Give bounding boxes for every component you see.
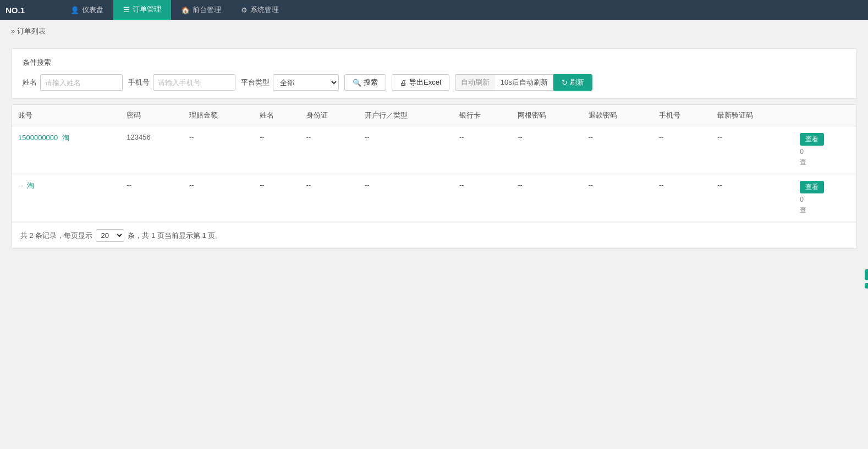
view-button-1[interactable]: 查看 <box>800 133 824 146</box>
frontend-icon: 🏠 <box>181 6 190 14</box>
data-table: 账号 密码 理赔金额 姓名 身份证 开户行／类型 银行卡 网根密码 退款密码 手… <box>12 105 856 222</box>
actions-group-1: 查看 0 查 <box>800 133 850 167</box>
orders-icon: ☰ <box>123 5 130 14</box>
cell-account-1: 1500000000 淘 <box>12 126 120 174</box>
refresh-btn-label: 刷新 <box>570 77 584 87</box>
col-net-password: 网根密码 <box>511 105 581 126</box>
auto-refresh-timer: 10s后自动刷新 <box>495 74 553 91</box>
search-btn-label: 搜索 <box>364 77 378 87</box>
cell-account-2: -- 淘 <box>12 174 120 222</box>
nav-item-orders[interactable]: ☰ 订单管理 <box>113 0 171 20</box>
nav-label-system: 系统管理 <box>250 5 279 15</box>
phone-field-group: 手机号 <box>128 74 235 91</box>
col-claim-amount: 理赔金额 <box>183 105 253 126</box>
cell-name-1: -- <box>253 126 299 174</box>
col-account: 账号 <box>12 105 120 126</box>
col-id-card: 身份证 <box>300 105 358 126</box>
cell-bankcard-2: -- <box>453 174 511 222</box>
col-bank-card: 银行卡 <box>453 105 511 126</box>
nav-label-frontend: 前台管理 <box>193 5 221 15</box>
extra-text-4: 查 <box>800 206 806 215</box>
refresh-icon: ↻ <box>562 79 568 87</box>
cell-idcard-1: -- <box>300 126 358 174</box>
main-content: 条件搜索 姓名 手机号 平台类型 全部 淘宝 京东 拼多多 🔍 <box>0 43 868 260</box>
col-bank-branch: 开户行／类型 <box>358 105 453 126</box>
cell-bankbranch-1: -- <box>358 126 453 174</box>
table-body: 1500000000 淘 123456 -- -- -- -- -- -- --… <box>12 126 856 222</box>
cell-name-2: -- <box>253 174 299 222</box>
table-head: 账号 密码 理赔金额 姓名 身份证 开户行／类型 银行卡 网根密码 退款密码 手… <box>12 105 856 126</box>
cell-bankcard-1: -- <box>453 126 511 174</box>
export-btn-label: 导出Excel <box>409 77 441 87</box>
account-link-1[interactable]: 1500000000 <box>18 134 58 142</box>
account-dash-2: -- <box>18 181 23 190</box>
export-button[interactable]: 🖨 导出Excel <box>392 74 449 91</box>
view-button-2[interactable]: 查看 <box>800 181 824 193</box>
nav-label-orders: 订单管理 <box>133 4 161 14</box>
cell-idcard-2: -- <box>300 174 358 222</box>
cell-refundpwd-1: -- <box>582 126 652 174</box>
refresh-button[interactable]: ↻ 刷新 <box>553 74 592 91</box>
col-actions <box>793 105 856 126</box>
platform-label: 平台类型 <box>241 77 270 87</box>
nav-item-system[interactable]: ⚙ 系统管理 <box>231 0 289 20</box>
nav-item-frontend[interactable]: 🏠 前台管理 <box>171 0 231 20</box>
platform-select[interactable]: 全部 淘宝 京东 拼多多 <box>273 74 339 91</box>
auto-refresh-label: 自动刷新 <box>455 74 495 91</box>
top-nav: NO.1 👤 仪表盘 ☰ 订单管理 🏠 前台管理 ⚙ 系统管理 <box>0 0 868 20</box>
table-header-row: 账号 密码 理赔金额 姓名 身份证 开户行／类型 银行卡 网根密码 退款密码 手… <box>12 105 856 126</box>
cell-code-2: -- <box>711 174 793 222</box>
cell-code-1: -- <box>711 126 793 174</box>
name-field-group: 姓名 <box>23 74 123 91</box>
extra-text-1: 0 <box>800 148 804 156</box>
brand-logo: NO.1 <box>6 5 50 15</box>
cell-password-2: -- <box>120 174 183 222</box>
cell-phone-2: -- <box>652 174 711 222</box>
actions-group-2: 查看 0 查 <box>800 181 850 215</box>
nav-item-dashboard[interactable]: 👤 仪表盘 <box>61 0 113 20</box>
page-size-select[interactable]: 10 20 50 100 <box>96 229 124 242</box>
table-row: 1500000000 淘 123456 -- -- -- -- -- -- --… <box>12 126 856 174</box>
table-panel: 账号 密码 理赔金额 姓名 身份证 开户行／类型 银行卡 网根密码 退款密码 手… <box>11 104 857 249</box>
name-input[interactable] <box>40 74 123 91</box>
pagination-bar: 共 2 条记录，每页显示 10 20 50 100 条，共 1 页当前显示第 1… <box>12 222 856 248</box>
cell-action-1: 查看 0 查 <box>793 126 856 174</box>
auto-refresh-group: 自动刷新 10s后自动刷新 ↻ 刷新 <box>455 74 592 91</box>
col-latest-code: 最新验证码 <box>711 105 793 126</box>
extra-text-2: 查 <box>800 158 806 167</box>
cell-refundpwd-2: -- <box>582 174 652 222</box>
phone-label: 手机号 <box>128 77 150 87</box>
search-button[interactable]: 🔍 搜索 <box>344 74 386 91</box>
breadcrumb: » 订单列表 <box>0 20 868 43</box>
cell-action-2: 查看 0 查 <box>793 174 856 222</box>
platform-tag-2: 淘 <box>27 181 34 190</box>
breadcrumb-current: 订单列表 <box>17 27 46 35</box>
breadcrumb-separator: » <box>11 27 15 35</box>
search-panel-title: 条件搜索 <box>23 58 845 68</box>
cell-claim-2: -- <box>183 174 253 222</box>
pagination-suffix: 条，共 1 页当前显示第 1 页。 <box>128 231 222 241</box>
phone-input[interactable] <box>153 74 235 91</box>
system-icon: ⚙ <box>241 6 248 14</box>
col-name: 姓名 <box>253 105 299 126</box>
table-row: -- 淘 -- -- -- -- -- -- -- -- -- -- 查看 <box>12 174 856 222</box>
platform-tag-1: 淘 <box>62 134 69 142</box>
cell-bankbranch-2: -- <box>358 174 453 222</box>
platform-field-group: 平台类型 全部 淘宝 京东 拼多多 <box>241 74 339 91</box>
col-password: 密码 <box>120 105 183 126</box>
col-phone: 手机号 <box>652 105 711 126</box>
dashboard-icon: 👤 <box>70 6 79 14</box>
col-refund-password: 退款密码 <box>582 105 652 126</box>
cell-claim-1: -- <box>183 126 253 174</box>
cell-netpwd-1: -- <box>511 126 581 174</box>
cell-netpwd-2: -- <box>511 174 581 222</box>
nav-label-dashboard: 仪表盘 <box>82 5 103 15</box>
cell-password-1: 123456 <box>120 126 183 174</box>
name-label: 姓名 <box>23 77 37 87</box>
cell-phone-1: -- <box>652 126 711 174</box>
export-icon: 🖨 <box>400 79 407 87</box>
search-panel: 条件搜索 姓名 手机号 平台类型 全部 淘宝 京东 拼多多 🔍 <box>11 48 857 99</box>
pagination-total: 共 2 条记录，每页显示 <box>20 231 92 241</box>
search-row: 姓名 手机号 平台类型 全部 淘宝 京东 拼多多 🔍 搜索 <box>23 74 845 91</box>
search-icon: 🔍 <box>353 79 361 87</box>
